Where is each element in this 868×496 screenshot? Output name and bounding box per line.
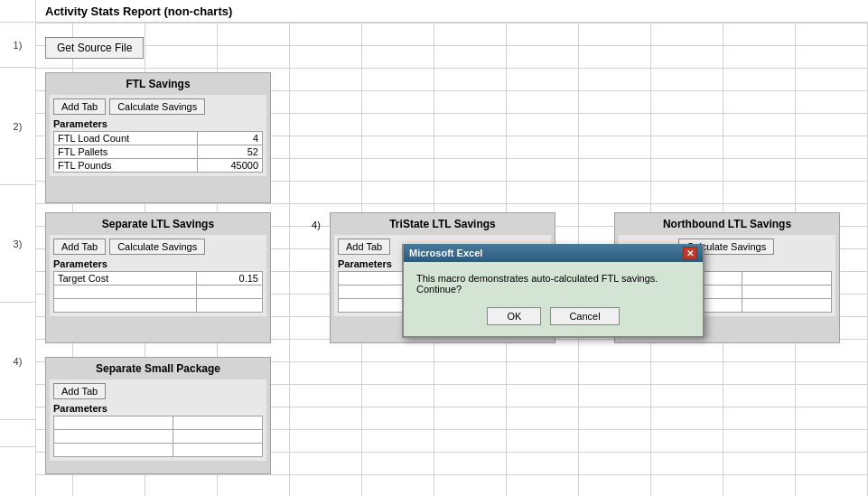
spreadsheet: Activity Stats Report (non-charts) 1) 2)… (0, 0, 868, 496)
excel-dialog: Microsoft Excel ✕ This macro demonstrate… (402, 244, 705, 338)
modal-body: This macro demonstrates auto-calculated … (404, 262, 703, 336)
modal-message: This macro demonstrates auto-calculated … (416, 273, 690, 295)
modal-close-button[interactable]: ✕ (683, 247, 697, 259)
modal-titlebar: Microsoft Excel ✕ (404, 244, 703, 262)
modal-title: Microsoft Excel (409, 248, 482, 258)
modal-cancel-button[interactable]: Cancel (550, 307, 619, 325)
modal-ok-button[interactable]: OK (487, 307, 541, 325)
modal-overlay: Microsoft Excel ✕ This macro demonstrate… (0, 0, 868, 496)
modal-buttons: OK Cancel (416, 307, 690, 325)
